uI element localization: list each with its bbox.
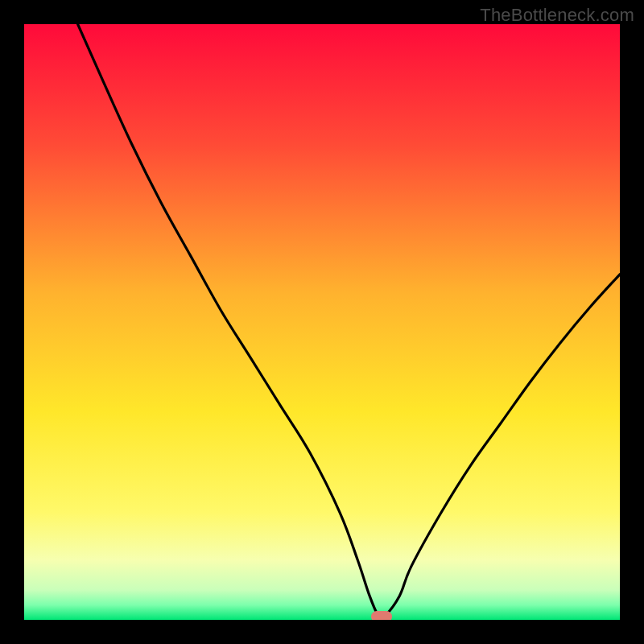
watermark-text: TheBottleneck.com xyxy=(480,5,634,26)
minimum-marker xyxy=(371,611,392,620)
chart-frame: TheBottleneck.com xyxy=(0,0,644,644)
chart-svg xyxy=(24,24,620,620)
background-rect xyxy=(24,24,620,620)
plot-area xyxy=(24,24,620,620)
